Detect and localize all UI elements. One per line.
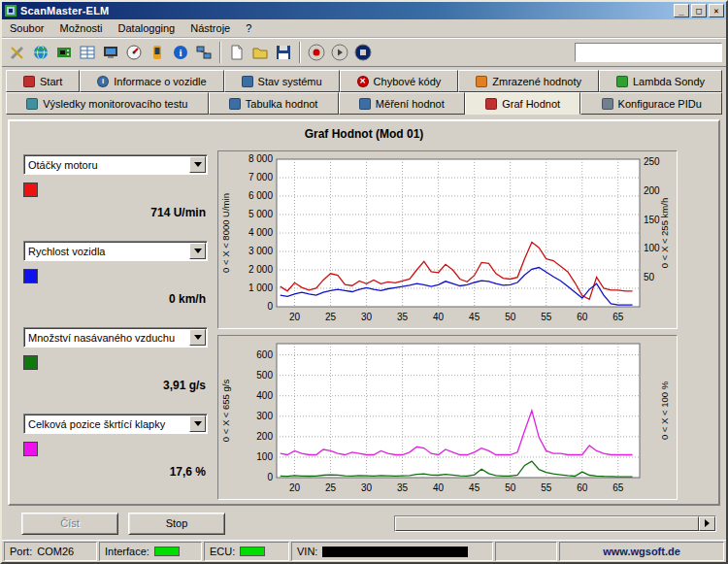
tab-label: Start: [40, 76, 62, 87]
menu-soubor[interactable]: Soubor: [2, 20, 51, 36]
svg-text:150: 150: [644, 215, 660, 225]
chart-scrollbar[interactable]: [394, 515, 716, 532]
svg-text:8 000: 8 000: [248, 153, 273, 164]
scrollbar-thumb[interactable]: [395, 516, 699, 531]
param-select-value: Otáčky motoru: [24, 159, 189, 171]
new-file-icon[interactable]: [225, 41, 248, 64]
tab-vysledky-monitorovaciho-testu[interactable]: Výsledky monitorovacího testu: [6, 92, 209, 115]
svg-text:55: 55: [541, 312, 552, 322]
window-controls: _ □ ✕: [672, 4, 724, 17]
tab-label: Konfigurace PIDu: [618, 98, 702, 110]
svg-text:1 000: 1 000: [248, 282, 273, 293]
gauge-icon[interactable]: [122, 41, 146, 64]
tab-start[interactable]: Start: [6, 70, 80, 92]
svg-text:65: 65: [612, 312, 624, 322]
record-button[interactable]: [305, 41, 328, 64]
svg-text:7 000: 7 000: [248, 172, 273, 182]
svg-text:30: 30: [361, 312, 373, 322]
dropdown-arrow-icon[interactable]: [189, 243, 206, 259]
play-button[interactable]: [328, 41, 351, 64]
globe-icon[interactable]: [29, 41, 52, 64]
dropdown-arrow-icon[interactable]: [189, 156, 206, 173]
tab-stav-systemu[interactable]: Stav systému: [224, 70, 340, 92]
dropdown-arrow-icon[interactable]: [189, 415, 206, 432]
save-icon[interactable]: [272, 41, 295, 64]
port-value: COM26: [37, 546, 74, 557]
start-tab-icon: [23, 76, 35, 87]
port-label: Port:: [10, 546, 32, 557]
param-select-value: Množství nasávaného vzduchu: [24, 332, 189, 344]
svg-text:50: 50: [505, 312, 516, 322]
tools-icon[interactable]: [6, 41, 29, 64]
menu-datalogging[interactable]: Datalogging: [111, 20, 183, 36]
svg-text:0 < X < 255 km/h: 0 < X < 255 km/h: [659, 198, 670, 268]
chart-area: 01 0002 0003 0004 0005 0006 0007 0008 00…: [217, 150, 714, 500]
chip-board-icon[interactable]: [52, 41, 76, 64]
param-select-airflow[interactable]: Množství nasávaného vzduchu: [23, 327, 208, 348]
tab-lambda-sondy[interactable]: Lambda Sondy: [599, 70, 722, 92]
tab-tabulka-hodnot[interactable]: Tabulka hodnot: [209, 92, 339, 115]
close-button[interactable]: ✕: [709, 4, 724, 17]
svg-text:0 < X < 100 %: 0 < X < 100 %: [659, 381, 670, 440]
maximize-button[interactable]: □: [691, 4, 707, 17]
toolbar-input[interactable]: [575, 43, 722, 62]
parameter-group-airflow: Množství nasávaného vzduchu 3,91 g/s: [23, 327, 217, 392]
read-button[interactable]: Číst: [21, 513, 118, 535]
svg-text:300: 300: [256, 411, 273, 421]
param-select-speed[interactable]: Rychlost vozidla: [23, 241, 208, 261]
tab-label: Výsledky monitorovacího testu: [43, 98, 187, 110]
stop-playback-button[interactable]: [351, 41, 375, 64]
menu-nastroje[interactable]: Nástroje: [182, 20, 238, 36]
table-icon[interactable]: [76, 41, 99, 64]
svg-text:0 < X < 655 g/s: 0 < X < 655 g/s: [220, 380, 231, 443]
open-folder-icon[interactable]: [248, 41, 272, 64]
website-link[interactable]: www.wgsoft.de: [559, 542, 724, 561]
scrollbar-right-arrow-icon[interactable]: [699, 516, 715, 531]
dropdown-arrow-icon[interactable]: [189, 329, 206, 346]
vehicle-info-tab-icon: i: [97, 76, 109, 87]
port-status: Port: COM26: [4, 542, 97, 561]
tab-label: Zmrazené hodnoty: [492, 76, 581, 87]
svg-text:25: 25: [325, 312, 337, 322]
toolbar: i: [2, 38, 726, 67]
param-select-value: Celková pozice škrtící klapky: [24, 418, 189, 430]
info-icon[interactable]: i: [169, 41, 192, 64]
vin-status: VIN:: [291, 542, 493, 561]
svg-text:i: i: [179, 47, 182, 58]
param-value-rpm: 714 U/min: [23, 206, 208, 219]
panel-body: Otáčky motoru 714 U/min Rychlost vozidla…: [10, 145, 718, 504]
svg-text:4 000: 4 000: [248, 227, 273, 238]
menu-help[interactable]: ?: [238, 20, 259, 36]
tab-informace-o-vozidle[interactable]: i Informace o vozidle: [80, 70, 223, 92]
bottom-controls: Číst Stop: [2, 506, 726, 537]
tab-graf-hodnot[interactable]: Graf Hodnot: [465, 92, 580, 115]
tab-chybove-kody[interactable]: ✕ Chybové kódy: [340, 70, 459, 92]
menu-moznosti[interactable]: Možnosti: [51, 20, 110, 36]
svg-text:0: 0: [267, 472, 273, 482]
stop-button[interactable]: Stop: [128, 513, 225, 535]
param-select-rpm[interactable]: Otáčky motoru: [23, 154, 208, 175]
param-color-swatch: [23, 269, 38, 283]
minimize-button[interactable]: _: [674, 4, 689, 17]
lambda-tab-icon: [616, 76, 628, 87]
measure-tab-icon: [359, 98, 371, 110]
connect-displays-icon[interactable]: [192, 41, 215, 64]
tab-label: Chybové kódy: [374, 76, 442, 87]
tab-konfigurace-pidu[interactable]: Konfigurace PIDu: [580, 92, 722, 115]
param-select-throttle[interactable]: Celková pozice škrtící klapky: [23, 414, 208, 434]
monitor-icon[interactable]: [99, 41, 122, 64]
tab-mereni-hodnot[interactable]: Měření hodnot: [339, 92, 465, 115]
tab-zmrazene-hodnoty[interactable]: Zmrazené hodnoty: [458, 70, 599, 92]
window-title: ScanMaster-ELM: [20, 5, 672, 17]
param-color-swatch: [23, 182, 38, 197]
tab-label: Stav systému: [258, 76, 322, 87]
status-bar: Port: COM26 Interface: ECU: VIN: www.wgs…: [2, 540, 726, 562]
svg-text:35: 35: [397, 482, 409, 493]
pid-config-tab-icon: [602, 98, 613, 110]
menu-bar: Soubor Možnosti Datalogging Nástroje ?: [2, 19, 726, 38]
tab-label: Informace o vozidle: [114, 76, 206, 87]
parameter-group-rpm: Otáčky motoru 714 U/min: [23, 154, 217, 219]
phone-icon[interactable]: [146, 41, 169, 64]
tab-label: Lambda Sondy: [633, 76, 705, 87]
svg-text:20: 20: [289, 482, 301, 493]
